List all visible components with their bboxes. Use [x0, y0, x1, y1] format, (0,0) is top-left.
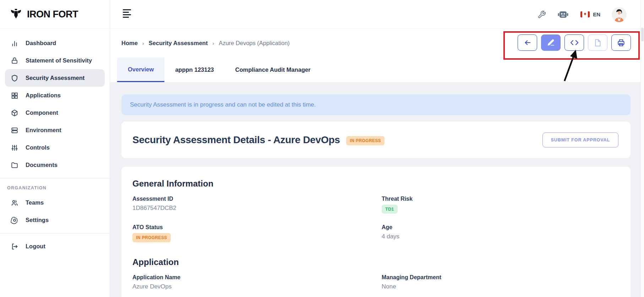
- tab-label: apppn 123123: [175, 66, 214, 73]
- app-window: IRON FORT Dashboard Statement of Sensiti…: [0, 0, 644, 297]
- wrench-icon[interactable]: [537, 10, 546, 19]
- field-label: Age: [382, 224, 631, 231]
- threat-risk-badge: TD1: [382, 205, 398, 214]
- sidebar-item-component[interactable]: Component: [5, 104, 105, 122]
- edit-button[interactable]: [541, 34, 561, 51]
- sidebar-item-statement-of-sensitivity[interactable]: Statement of Sensitivity: [5, 52, 105, 69]
- field-label: Threat Risk: [382, 196, 631, 202]
- breadcrumb-separator: ›: [142, 40, 144, 46]
- page-action-toolbar: [518, 34, 631, 51]
- grid-icon: [11, 92, 18, 99]
- canada-flag-icon: [580, 11, 590, 17]
- lock-icon: [11, 57, 18, 65]
- logout-button[interactable]: Logout: [5, 238, 105, 255]
- breadcrumb-current: Azure Devops (Application): [219, 40, 290, 47]
- status-badge: IN PROGRESS: [346, 136, 384, 145]
- user-avatar[interactable]: [612, 7, 627, 22]
- top-bar-actions: EN: [537, 0, 627, 29]
- field-managing-department: Managing Department None: [382, 274, 631, 290]
- general-information-heading: General Information: [132, 179, 631, 189]
- back-button[interactable]: [518, 34, 537, 51]
- field-application-name: Application Name Azure DevOps: [132, 274, 382, 290]
- assessment-title-card: Security Assessment Details - Azure DevO…: [121, 122, 631, 158]
- sidebar-item-environment[interactable]: Environment: [5, 122, 105, 139]
- page-scrollbar[interactable]: [640, 0, 644, 297]
- sidebar: IRON FORT Dashboard Statement of Sensiti…: [0, 0, 110, 297]
- breadcrumb-home[interactable]: Home: [121, 40, 138, 47]
- print-button[interactable]: [611, 34, 631, 51]
- sidebar-item-label: Controls: [26, 144, 50, 151]
- sidebar-item-label: Applications: [26, 92, 61, 99]
- ato-status-badge: IN PROGRESS: [132, 233, 171, 242]
- field-assessment-id: Assessment ID 1D867547DCB2: [132, 196, 382, 214]
- field-age: Age 4 days: [382, 224, 631, 242]
- field-label: Assessment ID: [132, 196, 382, 202]
- breadcrumb: Home › Security Assessment › Azure Devop…: [121, 29, 290, 58]
- server-icon: [11, 126, 18, 134]
- sidebar-org-nav: Teams Settings: [0, 193, 110, 229]
- field-label: Managing Department: [382, 274, 631, 281]
- sidebar-item-label: Settings: [26, 217, 49, 223]
- field-value: Azure DevOps: [132, 283, 382, 290]
- robot-icon[interactable]: [557, 9, 569, 20]
- logout-icon: [11, 243, 18, 250]
- sidebar-item-dashboard[interactable]: Dashboard: [5, 34, 105, 52]
- scrollbar-thumb[interactable]: [641, 28, 644, 41]
- field-value: None: [382, 283, 631, 290]
- sidebar-item-teams[interactable]: Teams: [5, 194, 105, 211]
- tab-apppn-123123[interactable]: apppn 123123: [164, 58, 224, 82]
- code-button[interactable]: [564, 34, 584, 51]
- sidebar-item-label: Statement of Sensitivity: [26, 57, 92, 64]
- box-icon: [11, 109, 18, 117]
- general-information-grid: Assessment ID 1D867547DCB2 Threat Risk T…: [132, 196, 631, 242]
- sidebar-footer-nav: Logout: [0, 233, 110, 255]
- file-button[interactable]: [588, 34, 607, 51]
- field-threat-risk: Threat Risk TD1: [382, 196, 631, 214]
- pen-icon: [547, 39, 555, 47]
- language-code: EN: [593, 11, 600, 17]
- sidebar-item-label: Documents: [26, 162, 58, 168]
- sidebar-item-applications[interactable]: Applications: [5, 87, 105, 104]
- arrow-left-icon: [524, 39, 531, 47]
- assessment-details-card: General Information Assessment ID 1D8675…: [121, 167, 631, 297]
- application-grid: Application Name Azure DevOps Managing D…: [132, 274, 631, 290]
- page-title: Security Assessment Details - Azure DevO…: [132, 134, 340, 146]
- sidebar-item-label: Component: [26, 109, 58, 116]
- sidebar-item-label: Environment: [26, 127, 61, 134]
- breadcrumb-security-assessment[interactable]: Security Assessment: [149, 40, 208, 47]
- printer-icon: [617, 39, 625, 47]
- breadcrumb-separator: ›: [212, 40, 214, 46]
- sidebar-toggle-button[interactable]: [123, 9, 133, 19]
- language-selector[interactable]: EN: [580, 11, 600, 17]
- iron-fort-logo-icon: [9, 7, 23, 21]
- sidebar-item-documents[interactable]: Documents: [5, 156, 105, 174]
- file-icon: [594, 39, 601, 47]
- tab-overview[interactable]: Overview: [117, 58, 164, 82]
- sidebar-item-settings[interactable]: Settings: [5, 211, 105, 229]
- field-value: 4 days: [382, 233, 631, 240]
- sidebar-item-security-assessment[interactable]: Security Assessment: [5, 69, 105, 87]
- bar-chart-icon: [11, 39, 18, 47]
- sidebar-nav: Dashboard Statement of Sensitivity Secur…: [0, 29, 110, 174]
- tab-label: Overview: [128, 66, 154, 73]
- shield-icon: [11, 74, 18, 82]
- application-heading: Application: [132, 257, 631, 267]
- folder-icon: [11, 161, 18, 169]
- organization-section-label: ORGANIZATION: [0, 178, 110, 193]
- submit-for-approval-button[interactable]: SUBMIT FOR APPROVAL: [542, 133, 618, 147]
- info-banner-text: Security Assessment is in progress and c…: [130, 101, 316, 108]
- brand-name: IRON FORT: [27, 9, 78, 20]
- sidebar-item-label: Teams: [26, 199, 44, 206]
- sidebar-item-label: Dashboard: [26, 40, 56, 47]
- main-content: Security Assessment is in progress and c…: [110, 82, 644, 297]
- brand-logo[interactable]: IRON FORT: [0, 0, 110, 29]
- top-bar: EN: [110, 0, 644, 29]
- info-banner: Security Assessment is in progress and c…: [121, 94, 631, 115]
- field-label: ATO Status: [132, 224, 382, 231]
- field-value: 1D867547DCB2: [132, 205, 382, 212]
- sliders-icon: [11, 144, 18, 152]
- code-icon: [570, 39, 579, 46]
- sidebar-item-controls[interactable]: Controls: [5, 139, 105, 156]
- field-label: Application Name: [132, 274, 382, 281]
- tab-compliance-audit-manager[interactable]: Compliance Audit Manager: [225, 58, 321, 82]
